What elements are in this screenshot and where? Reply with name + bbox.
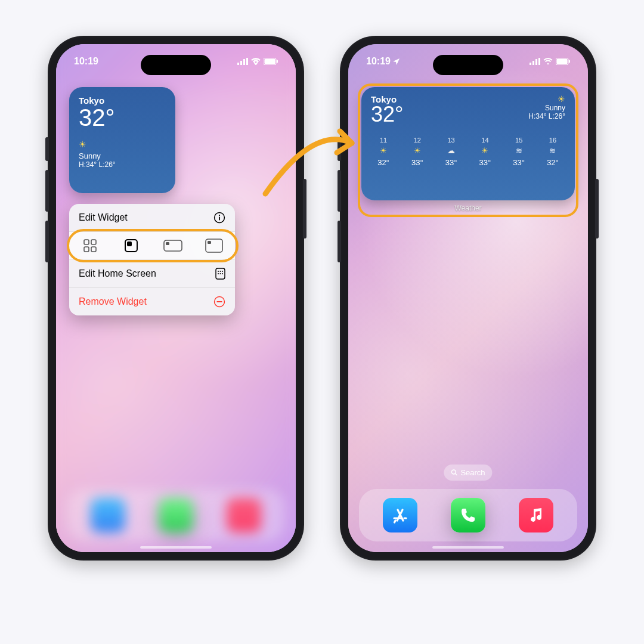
status-time: 10:19 (74, 56, 98, 67)
svg-rect-14 (91, 247, 96, 252)
battery-icon (556, 58, 570, 65)
svg-rect-36 (557, 59, 568, 64)
widget-context-menu: Edit Widget Edit Home Screen (69, 204, 235, 315)
app-music[interactable] (519, 498, 553, 532)
svg-rect-20 (208, 241, 211, 244)
phone-right: 10:19 Tokyo 32° ☀︎ Sunny H:34° L:26° (340, 36, 596, 561)
widget-label: Weather (348, 204, 588, 212)
weather-hilo: H:34° L:26° (79, 160, 166, 169)
svg-rect-30 (530, 63, 531, 65)
apps-icon (215, 268, 225, 280)
menu-edit-widget[interactable]: Edit Widget (69, 204, 235, 232)
app-appstore[interactable] (91, 498, 125, 532)
svg-rect-18 (166, 242, 169, 245)
svg-rect-3 (246, 58, 248, 65)
home-indicator[interactable] (140, 546, 212, 549)
svg-rect-0 (237, 63, 239, 65)
transition-arrow (256, 119, 370, 203)
forecast-hour: 15≋33° (506, 137, 531, 167)
weather-condition: Sunny (528, 104, 565, 112)
weather-hilo: H:34° L:26° (528, 112, 565, 120)
svg-rect-32 (535, 59, 537, 65)
svg-rect-10 (219, 217, 220, 221)
svg-rect-1 (240, 61, 242, 65)
svg-point-4 (255, 63, 257, 65)
size-large-icon[interactable] (204, 238, 224, 253)
svg-point-25 (218, 273, 219, 274)
svg-point-24 (222, 271, 223, 272)
weather-widget-medium[interactable]: Tokyo 32° ☀︎ Sunny H:34° L:26° 11☀︎32°12… (361, 87, 575, 200)
svg-point-27 (222, 273, 223, 274)
svg-rect-37 (569, 60, 570, 63)
remove-icon (213, 296, 225, 308)
svg-rect-11 (84, 240, 89, 244)
search-pill[interactable]: Search (444, 465, 492, 481)
svg-rect-6 (265, 59, 275, 64)
svg-point-38 (451, 470, 456, 474)
svg-rect-16 (127, 242, 132, 246)
widget-size-row (69, 232, 235, 260)
svg-rect-7 (277, 60, 278, 63)
size-small-icon[interactable] (121, 238, 141, 253)
search-icon (451, 469, 457, 476)
forecast-hour: 13☁︎33° (439, 137, 464, 167)
svg-point-9 (219, 215, 220, 216)
app-phone[interactable] (159, 498, 193, 532)
app-phone[interactable] (451, 498, 485, 532)
forecast-hour: 16≋32° (540, 137, 565, 167)
status-time: 10:19 (366, 56, 391, 67)
weather-temp: 32° (79, 104, 166, 131)
hourly-forecast: 11☀︎32°12☀︎33°13☁︎33°14☀︎33°15≋33°16≋32° (371, 137, 565, 167)
svg-line-39 (456, 473, 457, 475)
weather-condition: Sunny (79, 151, 166, 160)
cellular-icon (530, 58, 540, 65)
sun-icon: ☀︎ (528, 94, 565, 104)
svg-point-23 (220, 271, 221, 272)
cellular-icon (237, 58, 248, 65)
size-icon-grid-icon[interactable] (80, 238, 100, 253)
dock (359, 489, 577, 541)
svg-rect-17 (164, 240, 182, 251)
dock (67, 489, 285, 541)
forecast-hour: 11☀︎32° (371, 137, 396, 167)
svg-line-44 (395, 521, 396, 522)
battery-icon (264, 58, 278, 65)
weather-widget-small[interactable]: Tokyo 32° ☀︎ Sunny H:34° L:26° (69, 87, 175, 193)
svg-rect-2 (243, 59, 245, 65)
wifi-icon (543, 58, 553, 65)
app-appstore[interactable] (383, 498, 417, 532)
menu-edit-home-screen[interactable]: Edit Home Screen (69, 260, 235, 288)
size-medium-icon[interactable] (163, 238, 183, 253)
forecast-hour: 12☀︎33° (405, 137, 430, 167)
home-indicator[interactable] (432, 546, 504, 549)
svg-point-34 (547, 63, 549, 65)
weather-temp: 32° (371, 102, 403, 127)
svg-point-22 (218, 271, 219, 272)
phone-left: 10:19 Tokyo 32° ☀︎ Sunny H:34° L:26° Edi… (48, 36, 304, 561)
wifi-icon (251, 58, 261, 65)
menu-remove-widget[interactable]: Remove Widget (69, 288, 235, 315)
svg-rect-13 (84, 247, 89, 252)
svg-rect-12 (91, 240, 96, 244)
dynamic-island (433, 55, 503, 75)
dynamic-island (141, 55, 211, 75)
sun-icon: ☀︎ (79, 140, 166, 149)
svg-rect-33 (538, 58, 540, 65)
svg-rect-31 (532, 61, 534, 65)
forecast-hour: 14☀︎33° (472, 137, 497, 167)
svg-point-26 (220, 273, 221, 274)
location-icon (393, 58, 400, 65)
app-music[interactable] (227, 498, 261, 532)
info-icon (213, 212, 225, 224)
